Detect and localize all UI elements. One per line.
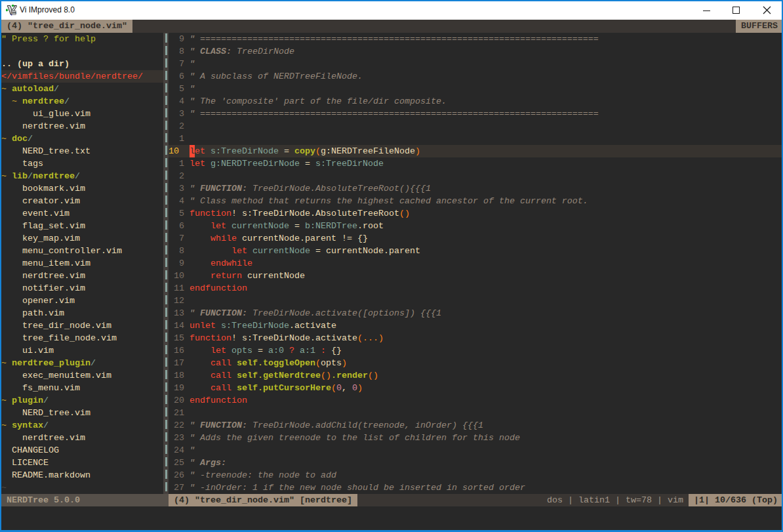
svg-text:im: im (12, 10, 17, 14)
